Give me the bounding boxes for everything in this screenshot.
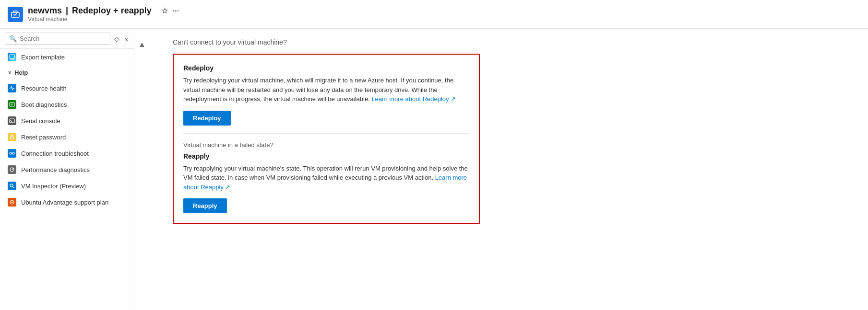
page-subtitle: Virtual machine — [28, 16, 179, 23]
sidebar-item-export-template[interactable]: Export template — [0, 49, 134, 65]
svg-point-10 — [12, 202, 13, 203]
search-input[interactable] — [20, 35, 106, 42]
content-inner: Can't connect to your virtual machine? R… — [161, 38, 856, 224]
boot-diagnostics-label: Boot diagnostics — [21, 101, 67, 108]
page-header: newvms | Redeploy + reapply ☆ ··· Virtua… — [0, 0, 868, 29]
serial-console-icon — [8, 116, 16, 125]
collapse-content-button[interactable]: ▲ — [134, 38, 150, 51]
connection-troubleshoot-icon — [8, 149, 16, 158]
reset-password-label: Reset password — [21, 134, 66, 141]
performance-diagnostics-label: Performance diagnostics — [21, 166, 90, 173]
vm-name: newvms — [28, 6, 62, 16]
redeploy-section: Redeploy Try redeploying your virtual ma… — [183, 64, 469, 126]
sidebar-item-ubuntu-advantage[interactable]: Ubuntu Advantage support plan — [0, 194, 134, 210]
reapply-button[interactable]: Reapply — [183, 198, 227, 213]
svg-point-8 — [10, 184, 13, 187]
boot-diagnostics-icon — [8, 100, 16, 109]
header-actions: ☆ ··· — [161, 6, 179, 15]
serial-console-label: Serial console — [21, 117, 60, 125]
reapply-section: Reapply Try reapplying your virtual mach… — [183, 152, 469, 214]
svg-rect-1 — [10, 55, 14, 58]
ubuntu-advantage-label: Ubuntu Advantage support plan — [21, 199, 108, 206]
svg-rect-2 — [10, 103, 14, 106]
resource-health-label: Resource health — [21, 85, 67, 92]
export-template-label: Export template — [21, 54, 65, 61]
sidebar-item-vm-inspector[interactable]: VM Inspector (Preview) — [0, 178, 134, 194]
sidebar-item-connection-troubleshoot[interactable]: Connection troubleshoot — [0, 145, 134, 161]
main-container: 🔍 ◇ « Export template ∨ Help Resource he… — [0, 29, 868, 310]
content-area: ▲ Can't connect to your virtual machine?… — [134, 29, 868, 310]
redeploy-learn-more-icon: ↗ — [451, 95, 456, 103]
redeploy-title: Redeploy — [183, 64, 469, 72]
redeploy-learn-more-link[interactable]: Learn more about Redeploy ↗ — [371, 95, 456, 103]
vm-inspector-label: VM Inspector (Preview) — [21, 183, 86, 190]
page-action-title: Redeploy + reapply — [72, 6, 152, 16]
search-icon: 🔍 — [9, 35, 17, 42]
reapply-description: Try reapplying your virtual machine's st… — [183, 164, 469, 192]
vm-failed-text: Virtual machine in a failed state? — [183, 141, 469, 149]
vm-icon — [8, 7, 23, 22]
sidebar-item-performance-diagnostics[interactable]: Performance diagnostics — [0, 161, 134, 178]
performance-diagnostics-icon — [8, 165, 16, 174]
svg-point-5 — [10, 152, 12, 154]
vm-inspector-icon — [8, 182, 16, 190]
help-section-header[interactable]: ∨ Help — [0, 65, 134, 80]
sidebar-item-serial-console[interactable]: Serial console — [0, 113, 134, 129]
page-title: newvms | Redeploy + reapply ☆ ··· — [28, 6, 179, 16]
reapply-title: Reapply — [183, 152, 469, 160]
help-section-label: Help — [14, 69, 28, 76]
ubuntu-advantage-icon — [8, 198, 16, 207]
connection-troubleshoot-label: Connection troubleshoot — [21, 150, 89, 157]
favorite-icon[interactable]: ☆ — [161, 6, 168, 15]
more-options-icon[interactable]: ··· — [173, 7, 179, 15]
redeploy-description: Try redeploying your virtual machine, wh… — [183, 76, 469, 104]
cant-connect-text: Can't connect to your virtual machine? — [173, 38, 856, 46]
redeploy-reapply-box: Redeploy Try redeploying your virtual ma… — [173, 54, 480, 224]
sidebar: 🔍 ◇ « Export template ∨ Help Resource he… — [0, 29, 134, 310]
title-separator: | — [66, 6, 68, 16]
export-template-icon — [8, 53, 16, 61]
resource-health-icon — [8, 84, 16, 92]
reset-password-icon — [8, 133, 16, 141]
svg-point-6 — [12, 152, 14, 154]
sidebar-item-resource-health[interactable]: Resource health — [0, 80, 134, 96]
svg-rect-4 — [11, 137, 13, 139]
collapse-sidebar-button[interactable]: « — [123, 34, 129, 44]
sidebar-search-row: 🔍 ◇ « — [0, 29, 134, 49]
header-title-block: newvms | Redeploy + reapply ☆ ··· Virtua… — [28, 6, 179, 23]
section-divider — [183, 133, 469, 134]
redeploy-button[interactable]: Redeploy — [183, 111, 231, 126]
sidebar-item-reset-password[interactable]: Reset password — [0, 129, 134, 145]
search-input-wrap[interactable]: 🔍 — [5, 33, 110, 45]
help-chevron-icon: ∨ — [8, 69, 12, 76]
sidebar-item-boot-diagnostics[interactable]: Boot diagnostics — [0, 96, 134, 113]
diamond-button[interactable]: ◇ — [113, 34, 120, 44]
reapply-learn-more-icon: ↗ — [225, 184, 230, 191]
